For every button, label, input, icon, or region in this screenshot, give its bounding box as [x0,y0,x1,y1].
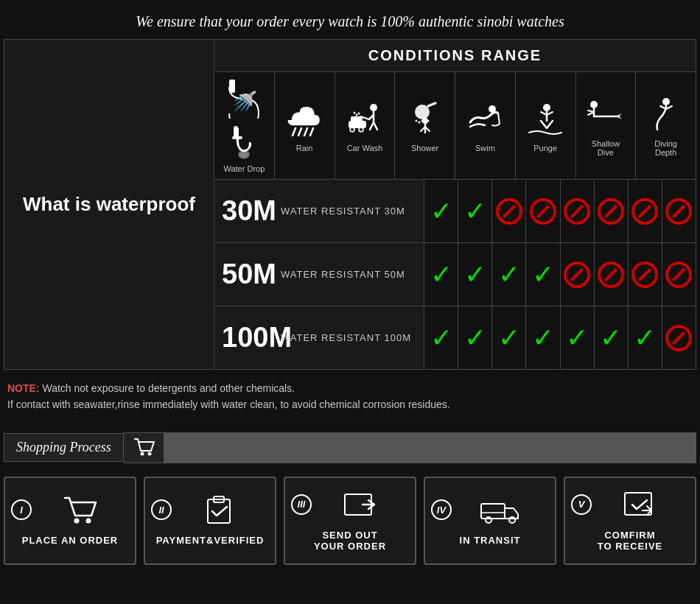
svg-point-19 [350,127,354,132]
svg-point-40 [590,101,598,108]
swim-label: Swim [475,144,495,152]
svg-point-30 [415,119,417,122]
icon-cell-punge: Punge [516,72,576,179]
process-steps: I PLACE AN ORDER II PAYMENT&VER [4,477,696,572]
cross-icon [496,198,522,225]
svg-line-14 [370,122,374,130]
cart-icon [132,436,155,460]
row-30m-cells: ✓ ✓ [424,180,696,242]
check-icon: ✓ [532,323,554,354]
icon-cell-swim: Swim [455,72,516,179]
shallow-dive-icon [585,94,626,135]
diving-depth-icon [645,94,686,135]
bar-line [164,432,696,463]
svg-point-20 [359,127,363,132]
cell-100m-7: ✓ [629,306,662,369]
car-wash-label: Car Wash [347,144,383,152]
rain-label: Rain [296,144,313,152]
svg-line-44 [666,106,672,109]
check-icon: ✓ [464,323,486,354]
svg-line-9 [304,128,307,136]
rain-icon [284,99,325,139]
svg-point-36 [543,104,550,111]
cell-50m-4: ✓ [526,243,560,306]
cross-icon [665,325,692,351]
cell-100m-8 [662,306,696,369]
step-icon-in-transit [452,495,549,524]
row-30m-label-outer: 30M WATER RESISTANT 30M [214,180,424,242]
step-icon-send-out [312,490,409,519]
step-confirm-header: V [571,490,689,519]
check-icon: ✓ [464,259,486,290]
shallow-dive-label: ShallowDive [592,139,620,157]
check-icon: ✓ [634,323,656,354]
row-100m-m: 100M [214,315,273,361]
step-confirm: V COMFIRMTO RECEIVE [564,477,696,565]
cell-100m-3: ✓ [492,306,526,369]
step-icon-confirm [592,490,689,519]
check-icon: ✓ [464,196,486,227]
cell-30m-5 [561,180,595,242]
cell-50m-2: ✓ [458,243,492,306]
svg-rect-53 [481,504,505,519]
cell-100m-6: ✓ [595,306,629,369]
icon-cell-diving-depth: DivingDepth [636,72,696,179]
row-50m: 50M WATER RESISTANT 50M ✓ ✓ ✓ ✓ [214,243,696,306]
step-label-3: SEND OUTYOUR ORDER [314,530,386,552]
svg-point-49 [86,519,91,524]
svg-point-47 [147,452,151,455]
swim-icon [465,99,505,139]
svg-line-10 [310,128,313,136]
header-text: We ensure that your order every watch is… [0,0,700,39]
punge-icon [525,99,566,139]
clipboard-check-icon [202,495,239,524]
check-icon: ✓ [498,323,520,354]
cross-icon [598,198,624,225]
shopping-process-label: Shopping Process [4,433,124,462]
cell-30m-3 [492,180,526,242]
step-send-out-header: III [291,490,409,519]
svg-line-25 [428,103,435,106]
svg-point-32 [421,119,423,122]
svg-point-33 [424,116,426,119]
shower-icon [405,99,445,139]
cell-30m-6 [595,180,629,242]
conditions-range-header: CONDITIONS RANGE [214,40,696,72]
svg-point-31 [418,121,420,123]
row-30m: 30M WATER RESISTANT 30M ✓ ✓ [214,180,696,243]
step-send-out: III SEND OUTYOUR ORDER [284,477,416,565]
check-icon: ✓ [430,323,452,354]
svg-point-46 [140,452,144,455]
truck-icon [480,495,521,524]
cell-50m-6 [595,243,629,306]
cell-30m-1: ✓ [424,180,458,242]
note-section: NOTE: Watch not exposure to detergents a… [0,370,700,419]
water-drop-icon: 🚿 [224,78,265,119]
icon-cell-car-wash: Car Wash [335,72,396,179]
cell-100m-4: ✓ [526,306,560,369]
row-100m: 100M WATER RESISTANT 100M ✓ ✓ ✓ ✓ ✓ ✓ ✓ [214,306,696,369]
svg-rect-4 [235,127,239,138]
note-label: NOTE: [7,382,40,394]
what-is-waterproof-label: What is waterproof [4,40,214,369]
punge-label: Punge [533,144,557,152]
row-50m-m: 50M [214,251,273,298]
cross-icon [631,198,658,225]
icon-cell-water-drop: 🚿 Water Drop [214,72,275,179]
cross-icon [564,198,590,225]
cell-30m-8 [662,180,696,242]
step-label-2: PAYMENT&VERIFIED [156,535,265,546]
cart-large-icon [62,495,99,524]
row-100m-label-outer: 100M WATER RESISTANT 100M [214,306,424,369]
check-icon: ✓ [532,259,554,290]
cell-50m-5 [561,243,595,306]
waterproof-section: What is waterproof CONDITIONS RANGE 🚿 [4,39,696,370]
note-line2: If contact with seawater,rinse immediate… [7,396,693,412]
row-100m-cells: ✓ ✓ ✓ ✓ ✓ ✓ ✓ [424,306,696,369]
svg-point-43 [662,98,670,105]
cell-50m-1: ✓ [424,243,458,306]
step-num-2: II [151,499,172,520]
svg-point-23 [353,111,355,113]
cross-icon [564,261,590,288]
water-drop-label: Water Drop [223,164,265,173]
